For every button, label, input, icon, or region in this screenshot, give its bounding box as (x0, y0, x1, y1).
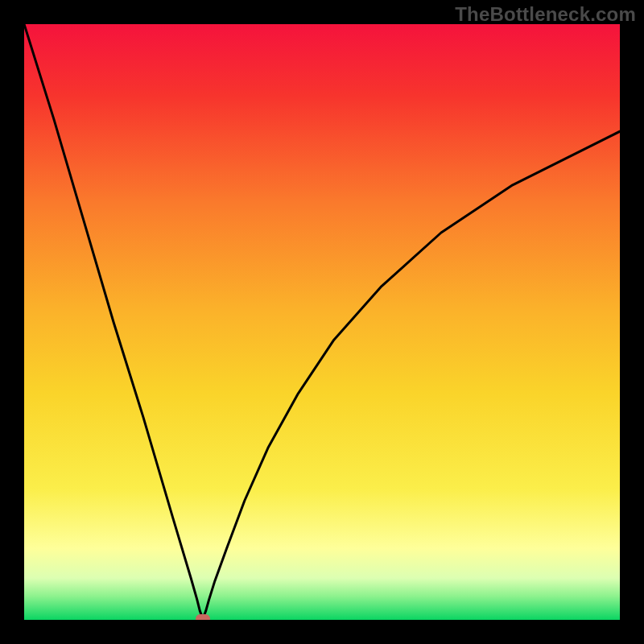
chart-svg (24, 24, 620, 620)
marker-group (196, 614, 210, 620)
watermark-text: TheBottleneck.com (455, 3, 636, 26)
plot-area (24, 24, 620, 620)
minimum-marker (196, 614, 210, 620)
chart-frame: TheBottleneck.com (0, 0, 644, 644)
